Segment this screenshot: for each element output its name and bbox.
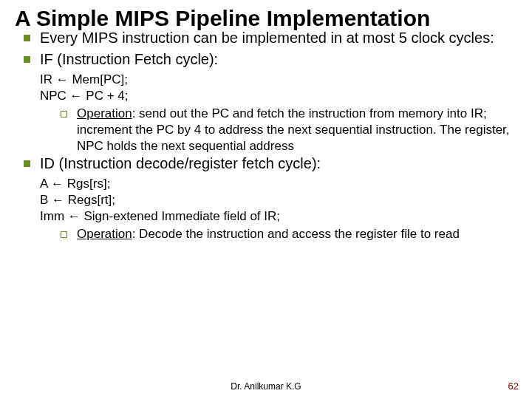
page-number: 62: [508, 381, 519, 392]
if-sub-list: Operation: send out the PC and fetch the…: [40, 106, 517, 154]
if-op-label: Operation: [77, 106, 132, 120]
id-line-1: A ← Rgs[rs];: [40, 176, 517, 192]
footer-author: Dr. Anilkumar K.G: [0, 381, 532, 392]
if-operation: Operation: send out the PC and fetch the…: [59, 106, 517, 154]
bullet-item-2: IF (Instruction Fetch cycle):: [22, 50, 517, 69]
id-op-text: : Decode the instruction and access the …: [132, 227, 460, 241]
if-code-block: IR ← Mem[PC]; NPC ← PC + 4; Operation: s…: [15, 72, 517, 154]
id-sub-list: Operation: Decode the instruction and ac…: [40, 226, 517, 242]
slide-title: A Simple MIPS Pipeline Implementation: [15, 6, 517, 32]
bullet-item-1: Every MIPS instruction can be implemente…: [22, 29, 517, 47]
id-line-2: B ← Regs[rt];: [40, 192, 517, 208]
if-line-1: IR ← Mem[PC];: [40, 72, 517, 88]
main-bullet-list-2: ID (Instruction decode/register fetch cy…: [15, 154, 517, 173]
if-op-text: : send out the PC and fetch the instruct…: [77, 106, 510, 153]
id-operation: Operation: Decode the instruction and ac…: [59, 226, 517, 242]
bullet-item-3: ID (Instruction decode/register fetch cy…: [22, 154, 517, 173]
id-line-3: Imm ← Sign-extened Immediate field of IR…: [40, 208, 517, 225]
id-code-block: A ← Rgs[rs]; B ← Regs[rt]; Imm ← Sign-ex…: [15, 176, 517, 242]
if-line-2: NPC ← PC + 4;: [40, 88, 517, 104]
id-op-label: Operation: [77, 227, 132, 241]
main-bullet-list: Every MIPS instruction can be implemente…: [15, 29, 517, 69]
